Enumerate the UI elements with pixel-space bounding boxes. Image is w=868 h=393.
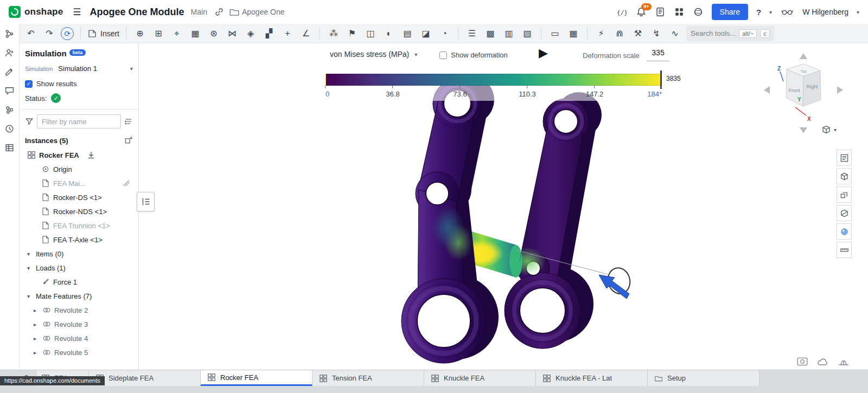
- configurations-icon[interactable]: ☰: [465, 27, 479, 41]
- tree-item[interactable]: Rocker-NDS <1>: [25, 204, 133, 218]
- comments-icon[interactable]: [3, 84, 16, 98]
- appearance-icon[interactable]: ◐: [382, 27, 396, 41]
- element-tab-knuckle-fea-lat[interactable]: Knuckle FEA - Lat: [536, 370, 648, 386]
- section-view-icon[interactable]: ◪: [419, 27, 433, 41]
- undo-icon[interactable]: ↶: [24, 27, 38, 41]
- viewcube-top-label[interactable]: Top: [800, 69, 806, 74]
- parent-folder-label[interactable]: Apogee One: [242, 8, 285, 16]
- result-type-dropdown[interactable]: von Mises stress (MPa) ▾: [330, 50, 417, 59]
- view-options-icon[interactable]: [124, 117, 133, 126]
- workspace-label[interactable]: Main: [191, 8, 207, 16]
- integrations-icon[interactable]: [3, 103, 16, 117]
- play-animation-button[interactable]: ▶: [539, 46, 548, 60]
- structure-panel-icon[interactable]: [837, 150, 852, 166]
- deformation-scale-input[interactable]: 335: [647, 48, 669, 61]
- share-button[interactable]: Share: [712, 4, 748, 20]
- linear-pattern-icon[interactable]: ▦: [188, 27, 202, 41]
- tree-section[interactable]: ▾Loads (1): [25, 261, 133, 275]
- results-icon[interactable]: ∿: [668, 27, 682, 41]
- tree-item[interactable]: FEA T-Axle <1>: [25, 233, 133, 247]
- tree-item-mate[interactable]: ▸Revolute 4: [25, 331, 133, 345]
- versions-icon[interactable]: [3, 27, 16, 41]
- tree-item[interactable]: Force 1: [25, 275, 133, 289]
- perf-grid-icon[interactable]: [796, 357, 808, 366]
- bolted-connections-icon[interactable]: ⚒: [631, 27, 645, 41]
- tree-item[interactable]: Rocker-DS <1>: [25, 190, 133, 204]
- display-states-icon[interactable]: ◫: [363, 27, 378, 41]
- redo-icon[interactable]: ↷: [42, 27, 56, 41]
- viewcube[interactable]: Top Front Right: [786, 64, 821, 106]
- measure-panel-icon[interactable]: [837, 242, 852, 258]
- tree-item-mate[interactable]: ▸Revolute 5: [25, 345, 133, 359]
- tree-item[interactable]: Origin: [25, 162, 133, 176]
- model-panel-icon[interactable]: [837, 168, 852, 184]
- cloud-status-icon[interactable]: [817, 357, 829, 366]
- user-menu[interactable]: W Hilgenberg: [802, 8, 848, 16]
- add-instance-icon[interactable]: [124, 136, 133, 145]
- mate-icon[interactable]: ⊕: [133, 27, 147, 41]
- circular-pattern-icon[interactable]: ⊛: [207, 27, 221, 41]
- viewcube-widget[interactable]: Top Front Right Z Y X: [760, 50, 846, 137]
- tree-item-mate[interactable]: ▸Revolute 2: [25, 303, 133, 317]
- element-tab-tension-fea[interactable]: Tension FEA: [312, 370, 424, 386]
- follow-glasses-icon[interactable]: [780, 7, 794, 17]
- element-tab-rocker-fea[interactable]: Rocker FEA: [201, 370, 312, 386]
- render-studio-icon[interactable]: [693, 7, 704, 17]
- explode-icon[interactable]: ⁂: [327, 27, 341, 41]
- snap-mode-icon[interactable]: ▞: [262, 27, 276, 41]
- element-tab-setup[interactable]: Setup: [648, 370, 760, 386]
- simulation-icon[interactable]: ⚡: [594, 27, 608, 41]
- tree-item-mate[interactable]: ▸Revolute 3: [25, 317, 133, 331]
- tables-icon[interactable]: [3, 141, 16, 154]
- featurescript-icon[interactable]: {/}: [617, 7, 628, 17]
- fasteners-icon[interactable]: +: [280, 27, 295, 41]
- parts-panel-icon[interactable]: [837, 186, 852, 203]
- show-results-checkbox[interactable]: ✓ Show results: [25, 77, 133, 91]
- tables-icon[interactable]: ▦: [566, 27, 580, 41]
- view-options-cube-button[interactable]: ▾: [821, 125, 837, 134]
- tree-section[interactable]: ▾Items (0): [25, 247, 133, 261]
- filter-funnel-icon[interactable]: [25, 117, 34, 126]
- element-tab-knuckle-fea[interactable]: Knuckle FEA: [424, 370, 536, 386]
- viewcube-arrow-right[interactable]: [837, 86, 843, 94]
- named-positions-icon[interactable]: ⚑: [345, 27, 359, 41]
- user-caret-icon[interactable]: ▾: [857, 9, 859, 15]
- tree-item[interactable]: FEA Trunnion <1>: [25, 218, 133, 233]
- mirror-icon[interactable]: ⋈: [225, 27, 239, 41]
- drawing-icon[interactable]: ▭: [548, 27, 562, 41]
- viewcube-arrow-left[interactable]: [764, 86, 770, 94]
- measure-icon[interactable]: ∠: [299, 27, 313, 41]
- help-caret-icon[interactable]: ▾: [769, 9, 772, 15]
- materials-icon[interactable]: ▩: [483, 27, 497, 41]
- structure-flyout-button[interactable]: [137, 192, 155, 211]
- search-tools-box[interactable]: Search tools... alt/~ c: [686, 26, 774, 41]
- follow-icon[interactable]: [3, 46, 16, 60]
- tree-item[interactable]: FEA Mai...: [25, 176, 133, 190]
- rocker-assembly-model[interactable]: [401, 75, 602, 363]
- notifications-icon[interactable]: 9+: [636, 7, 647, 17]
- properties-icon[interactable]: ▥: [502, 27, 516, 41]
- replicate-icon[interactable]: ◈: [244, 27, 258, 41]
- tree-section[interactable]: ▾Mate Features (7): [25, 289, 133, 303]
- show-deformation-checkbox[interactable]: Show deformation: [439, 51, 508, 59]
- release-notes-icon[interactable]: [655, 7, 666, 17]
- onshape-logo[interactable]: onshape: [9, 6, 63, 18]
- viewcube-right-label[interactable]: Right: [806, 84, 818, 89]
- tree-item-root[interactable]: Rocker FEA: [25, 148, 133, 162]
- tags-icon[interactable]: ▧: [520, 27, 534, 41]
- units-scale-icon[interactable]: [838, 357, 850, 366]
- viewcube-arrow-up[interactable]: [800, 53, 807, 59]
- bom-icon[interactable]: ▤: [400, 27, 414, 41]
- loads-icon[interactable]: ↯: [649, 27, 663, 41]
- history-icon[interactable]: [3, 122, 16, 136]
- document-menu-icon[interactable]: ☰: [73, 7, 81, 18]
- section-panel-icon[interactable]: [837, 205, 852, 221]
- contacts-icon[interactable]: ⋒: [612, 27, 627, 41]
- app-store-icon[interactable]: [674, 7, 685, 17]
- simulation-selector[interactable]: Simulation 1 ▾: [58, 65, 133, 73]
- legend-colorbar[interactable]: [326, 74, 662, 86]
- update-document-icon[interactable]: ⟳: [61, 27, 74, 40]
- insert-button[interactable]: Insert: [87, 29, 119, 38]
- filter-input[interactable]: [37, 114, 121, 128]
- group-icon[interactable]: ⊞: [151, 27, 165, 41]
